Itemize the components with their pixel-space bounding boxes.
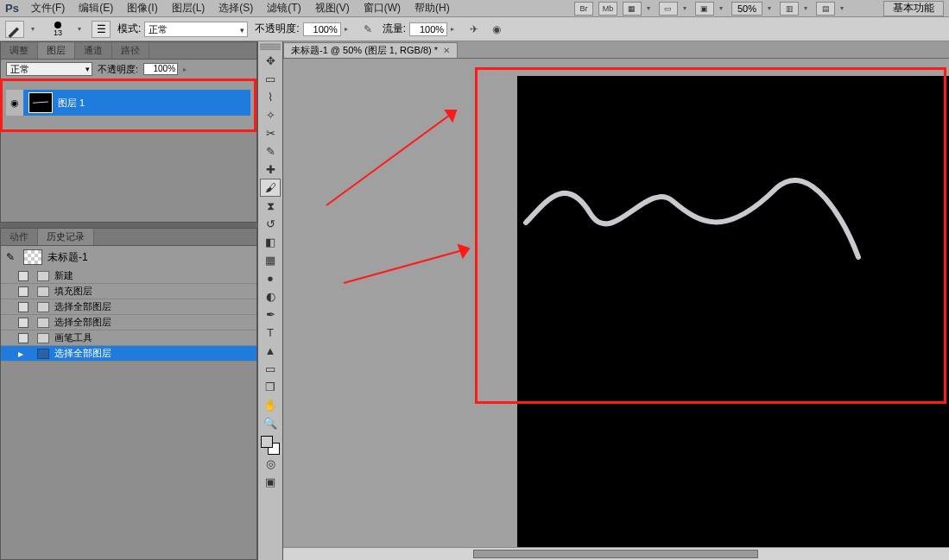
path-select-tool[interactable]: ▲: [260, 342, 281, 360]
history-brush-source-icon[interactable]: ✎: [6, 251, 18, 263]
marquee-tool[interactable]: ▭: [260, 70, 281, 88]
menu-bar: Ps 文件(F) 编辑(E) 图像(I) 图层(L) 选择(S) 滤镜(T) 视…: [0, 0, 949, 17]
stamp-tool[interactable]: ⧗: [260, 197, 281, 215]
heal-tool[interactable]: ✚: [260, 160, 281, 179]
tab-paths[interactable]: 路径: [112, 42, 149, 59]
type-tool[interactable]: T: [260, 324, 281, 342]
scrollbar-thumb[interactable]: [473, 550, 758, 558]
menu-help[interactable]: 帮助(H): [408, 0, 457, 17]
tools-panel: ✥ ▭ ⌇ ✧ ✂ ✎ ✚ 🖌 ⧗ ↺ ◧ ▦ ● ◐ ✒ T ▲ ▭ ❒ ✋ …: [257, 41, 283, 560]
menubar-right: Br Mb ▦ ▾ ▭ ▾ ▣ ▾ 50% ▾ ▥ ▾ ▤ ▾ 基本功能: [574, 1, 949, 16]
menu-image[interactable]: 图像(I): [120, 0, 164, 17]
eraser-tool[interactable]: ◧: [260, 233, 281, 251]
pressure-opacity-icon[interactable]: ✎: [360, 22, 376, 36]
history-step[interactable]: 填充图层: [1, 284, 256, 299]
tab-adjustments[interactable]: 调整: [1, 42, 38, 59]
layer-blend-select[interactable]: 正常: [6, 62, 92, 76]
quickmask-toggle[interactable]: ◎: [260, 455, 281, 473]
brush-preview[interactable]: 13: [45, 20, 71, 39]
app-logo: Ps: [0, 2, 24, 15]
minibridge-button[interactable]: Mb: [598, 2, 617, 16]
history-list: 新建 填充图层 选择全部图层 选择全部图层 画笔工具 ▸选择全部图层: [1, 268, 256, 362]
shape-tool[interactable]: ▭: [260, 360, 281, 378]
pen-tool[interactable]: ✒: [260, 305, 281, 324]
menu-file[interactable]: 文件(F): [24, 0, 72, 17]
dropdown-icon[interactable]: ▸: [345, 25, 353, 33]
blend-mode-select[interactable]: 正常: [144, 22, 248, 37]
menu-layer[interactable]: 图层(L): [165, 0, 212, 17]
dropdown-icon[interactable]: ▾: [78, 25, 85, 33]
history-step-label: 选择全部图层: [54, 300, 111, 313]
wand-tool[interactable]: ✧: [260, 106, 281, 124]
tab-history[interactable]: 历史记录: [38, 229, 94, 245]
canvas-viewport[interactable]: [283, 59, 949, 560]
dodge-tool[interactable]: ◐: [260, 287, 281, 305]
menu-filter[interactable]: 滤镜(T): [260, 0, 307, 17]
history-step-label: 画笔工具: [54, 331, 92, 344]
3d-tool[interactable]: ❒: [260, 378, 281, 396]
crop-tool[interactable]: ✂: [260, 124, 281, 142]
dropdown-icon[interactable]: ▾: [719, 4, 726, 12]
view-extras-button[interactable]: ▦: [623, 2, 642, 16]
opacity-group: 不透明度: 100% ▸: [255, 22, 352, 36]
pressure-size-icon[interactable]: ◉: [489, 22, 504, 36]
layer-row[interactable]: ◉ 图层 1: [6, 90, 250, 116]
menu-edit[interactable]: 编辑(E): [72, 0, 120, 17]
document-tab[interactable]: 未标题-1 @ 50% (图层 1, RGB/8) * ✕: [283, 42, 458, 58]
history-panel-tabs: 动作 历史记录: [1, 229, 256, 246]
layer-thumbnail[interactable]: [28, 92, 53, 113]
dropdown-icon[interactable]: ▾: [840, 4, 847, 12]
zoom-level[interactable]: 50%: [731, 2, 762, 16]
tool-preset-icon[interactable]: [5, 21, 24, 38]
dropdown-icon[interactable]: ▾: [31, 25, 38, 33]
tab-actions[interactable]: 动作: [1, 229, 38, 245]
tab-layers[interactable]: 图层: [38, 42, 75, 59]
history-snapshot-row[interactable]: ✎ 未标题-1: [1, 246, 256, 268]
visibility-eye-icon[interactable]: ◉: [6, 90, 23, 116]
move-tool[interactable]: ✥: [260, 52, 281, 70]
brush-panel-toggle[interactable]: ☰: [92, 21, 111, 38]
opacity-input[interactable]: 100%: [303, 22, 341, 36]
horizontal-scrollbar[interactable]: [283, 547, 949, 560]
menu-window[interactable]: 窗口(W): [357, 0, 408, 17]
bridge-button[interactable]: Br: [574, 2, 593, 16]
tab-channels[interactable]: 通道: [75, 42, 112, 59]
flow-input[interactable]: 100%: [409, 22, 447, 36]
menu-select[interactable]: 选择(S): [212, 0, 260, 17]
dropdown-icon[interactable]: ▸: [183, 66, 192, 73]
history-step[interactable]: 选择全部图层: [1, 299, 256, 315]
eyedropper-tool[interactable]: ✎: [260, 142, 281, 160]
dropdown-icon[interactable]: ▸: [451, 25, 459, 33]
color-swatches[interactable]: [261, 436, 280, 455]
layer-name-label[interactable]: 图层 1: [58, 97, 85, 110]
snapshot-label: 未标题-1: [47, 250, 88, 265]
toolbar-btn-a[interactable]: ▥: [780, 2, 799, 16]
dropdown-icon[interactable]: ▾: [804, 4, 811, 12]
history-step[interactable]: ▸选择全部图层: [1, 346, 256, 362]
arrange-button[interactable]: ▭: [659, 2, 678, 16]
workspace-switch[interactable]: 基本功能: [883, 1, 944, 16]
history-step[interactable]: 选择全部图层: [1, 315, 256, 330]
fg-color-swatch[interactable]: [261, 436, 273, 448]
zoom-tool[interactable]: 🔍: [260, 414, 281, 432]
menu-view[interactable]: 视图(V): [308, 0, 357, 17]
gradient-tool[interactable]: ▦: [260, 251, 281, 269]
layer-row-opts: 正常 不透明度: 100% ▸: [1, 60, 256, 79]
dropdown-icon[interactable]: ▾: [683, 4, 690, 12]
screenmode-toggle[interactable]: ▣: [260, 473, 281, 491]
dropdown-icon[interactable]: ▾: [768, 4, 775, 12]
toolbar-btn-b[interactable]: ▤: [816, 2, 835, 16]
airbrush-icon[interactable]: ✈: [466, 22, 482, 36]
hand-tool[interactable]: ✋: [260, 396, 281, 414]
screen-mode-button[interactable]: ▣: [695, 2, 714, 16]
lasso-tool[interactable]: ⌇: [260, 88, 281, 106]
brush-tool[interactable]: 🖌: [260, 179, 281, 197]
history-step[interactable]: 新建: [1, 268, 256, 284]
close-icon[interactable]: ✕: [443, 46, 450, 55]
history-brush-tool[interactable]: ↺: [260, 215, 281, 233]
dropdown-icon[interactable]: ▾: [647, 4, 654, 12]
history-step[interactable]: 画笔工具: [1, 330, 256, 346]
layer-opacity-input[interactable]: 100%: [143, 63, 178, 75]
blur-tool[interactable]: ●: [260, 269, 281, 287]
panel-grip-icon[interactable]: [260, 43, 281, 50]
